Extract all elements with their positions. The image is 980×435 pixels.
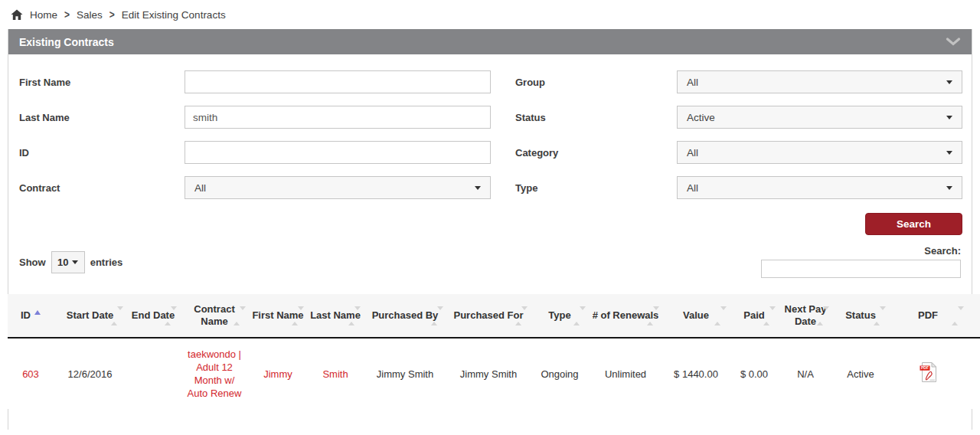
column-header-value[interactable]: Value: [662, 294, 730, 338]
sort-icons: [515, 310, 528, 322]
breadcrumb-separator: >: [109, 8, 115, 21]
column-header-status[interactable]: Status: [832, 294, 889, 338]
cell-id: 603: [8, 338, 54, 409]
cell-clipped: [967, 338, 980, 409]
id-input[interactable]: [185, 141, 491, 164]
status-label: Status: [515, 106, 677, 123]
column-header-next-pay-date[interactable]: Next Pay Date: [779, 294, 832, 338]
contract-select[interactable]: All: [185, 176, 491, 199]
group-select[interactable]: All: [677, 70, 962, 93]
panel-title: Existing Contracts: [19, 36, 114, 48]
table-header-row: ID Start Date End Date Contract Name: [8, 294, 980, 338]
cell-purchased-by: Jimmy Smith: [364, 338, 446, 409]
cell-renewals: Unlimited: [589, 338, 662, 409]
cell-type: Ongoing: [531, 338, 589, 409]
group-select-value: All: [687, 77, 698, 88]
type-label: Type: [515, 176, 677, 194]
category-select[interactable]: All: [677, 141, 962, 164]
column-header-paid[interactable]: Paid: [730, 294, 779, 338]
sort-icons: [165, 310, 177, 322]
filter-form: First Name Last Name ID Contract All: [19, 70, 962, 211]
last-name-label: Last Name: [19, 106, 185, 123]
column-header-start-date[interactable]: Start Date: [54, 294, 126, 338]
column-header-end-date[interactable]: End Date: [126, 294, 180, 338]
first-name-row: First Name: [19, 70, 506, 93]
column-header-purchased-for[interactable]: Purchased For: [446, 294, 531, 338]
contract-label: Contract: [19, 176, 185, 194]
cell-value: $ 1440.00: [662, 338, 730, 409]
sort-icons: [817, 310, 829, 322]
sort-icons: [647, 310, 659, 322]
sort-icons: [431, 310, 443, 322]
status-row: Status Active: [515, 106, 962, 129]
contracts-table-container: ID Start Date End Date Contract Name: [8, 294, 972, 409]
first-name-input[interactable]: [185, 70, 491, 93]
category-label: Category: [515, 141, 677, 159]
pdf-icon[interactable]: PDF: [920, 361, 937, 386]
breadcrumb-sales[interactable]: Sales: [77, 9, 103, 21]
filter-column-right: Group All Status Active Category: [515, 70, 962, 211]
last-name-row: Last Name: [19, 106, 506, 129]
contracts-table: ID Start Date End Date Contract Name: [8, 294, 980, 409]
column-header-renewals[interactable]: # of Renewals: [589, 294, 662, 338]
home-icon[interactable]: [11, 9, 23, 21]
type-row: Type All: [515, 176, 962, 199]
breadcrumb-separator: >: [64, 8, 70, 21]
cell-last-name: Smith: [307, 338, 364, 409]
chevron-down-icon: [946, 151, 952, 155]
first-name-label: First Name: [19, 70, 185, 88]
sort-icons: [763, 310, 776, 322]
column-header-clipped: [967, 294, 980, 338]
contract-id-link[interactable]: 603: [22, 368, 39, 380]
column-header-first-name[interactable]: First Name: [249, 294, 307, 338]
sort-icons: [348, 310, 361, 322]
sort-icons: [952, 310, 964, 322]
column-header-purchased-by[interactable]: Purchased By: [364, 294, 446, 338]
sort-icons: [111, 310, 123, 322]
category-row: Category All: [515, 141, 962, 164]
cell-first-name: Jimmy: [249, 338, 307, 409]
pdf-icon-label: PDF: [921, 365, 929, 370]
column-header-contract-name[interactable]: Contract Name: [180, 294, 249, 338]
panel-header: Existing Contracts: [8, 29, 972, 54]
table-controls: Show 10 entries Search:: [19, 245, 962, 278]
cell-paid: $ 0.00: [730, 338, 779, 409]
chevron-down-icon: [946, 80, 952, 84]
contract-select-value: All: [194, 182, 206, 194]
table-search-input[interactable]: [761, 260, 961, 278]
table-row: 603 12/6/2016 taekwondo | Adult 12 Month…: [8, 338, 980, 409]
chevron-down-icon: [475, 186, 481, 190]
last-name-input[interactable]: [185, 106, 491, 129]
status-select[interactable]: Active: [677, 106, 962, 129]
column-header-pdf[interactable]: PDF: [889, 294, 967, 338]
show-entries: Show 10 entries: [19, 251, 122, 273]
collapse-chevron-down-icon[interactable]: [946, 38, 961, 46]
table-search: Search:: [761, 245, 961, 278]
existing-contracts-panel: Existing Contracts First Name Last Name …: [8, 29, 972, 430]
group-label: Group: [515, 70, 677, 88]
column-header-id[interactable]: ID: [8, 294, 54, 338]
sort-icons: [874, 310, 886, 322]
column-header-type[interactable]: Type: [531, 294, 589, 338]
type-select[interactable]: All: [677, 176, 962, 199]
status-select-value: Active: [687, 112, 715, 123]
column-header-last-name[interactable]: Last Name: [307, 294, 364, 338]
contract-name-link[interactable]: taekwondo | Adult 12 Month w/ Auto Renew: [188, 348, 242, 399]
category-select-value: All: [687, 147, 698, 159]
search-button[interactable]: Search: [865, 213, 962, 235]
cell-pdf: PDF: [889, 338, 967, 409]
chevron-down-icon: [946, 186, 952, 190]
last-name-link[interactable]: Smith: [322, 368, 348, 380]
cell-start-date: 12/6/2016: [54, 338, 126, 409]
cell-contract-name: taekwondo | Adult 12 Month w/ Auto Renew: [180, 338, 249, 409]
sort-icons: [234, 310, 246, 322]
first-name-link[interactable]: Jimmy: [263, 368, 292, 380]
cell-next-pay-date: N/A: [779, 338, 832, 409]
breadcrumb-home[interactable]: Home: [30, 9, 57, 21]
breadcrumb-current: Edit Existing Contracts: [122, 9, 226, 21]
page-size-value: 10: [57, 257, 68, 268]
group-row: Group All: [515, 70, 962, 93]
id-label: ID: [19, 141, 185, 159]
sort-asc-icon: [34, 310, 41, 315]
page-size-select[interactable]: 10: [51, 251, 85, 273]
